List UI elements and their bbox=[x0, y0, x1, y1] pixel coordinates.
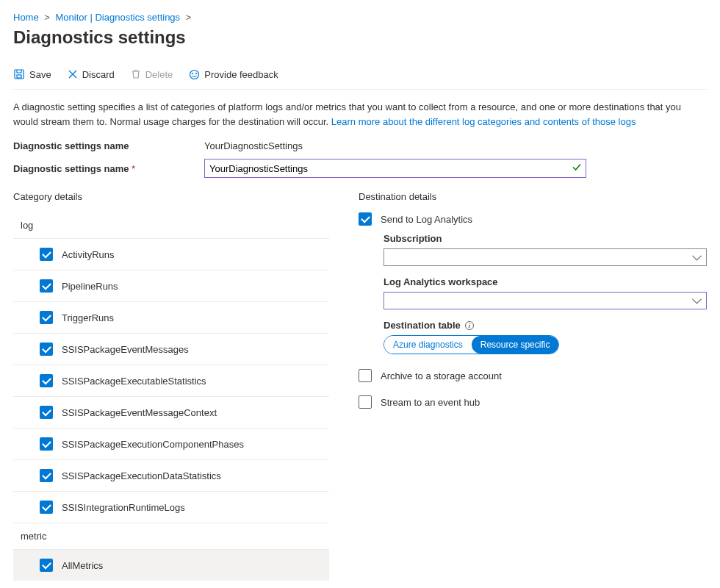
log-group-header: log bbox=[13, 212, 329, 239]
svg-point-2 bbox=[190, 70, 199, 79]
feedback-button[interactable]: Provide feedback bbox=[189, 69, 278, 80]
info-icon[interactable]: i bbox=[465, 321, 474, 330]
svg-rect-1 bbox=[17, 75, 21, 78]
chevron-right-icon: > bbox=[186, 12, 192, 23]
log-ssispackageexecutablestatistics-row[interactable]: SSISPackageExecutableStatistics bbox=[13, 365, 329, 397]
breadcrumb-home[interactable]: Home bbox=[13, 12, 39, 23]
learn-more-link[interactable]: Learn more about the different log categ… bbox=[331, 116, 636, 127]
toolbar: Save Discard Delete Provide feedback bbox=[13, 62, 707, 90]
segment-azure-diagnostics[interactable]: Azure diagnostics bbox=[384, 336, 472, 354]
settings-name-static-value: YourDiagnosticSettings bbox=[204, 140, 303, 151]
log-label: PipelineRuns bbox=[62, 281, 118, 292]
delete-button: Delete bbox=[131, 69, 173, 80]
workspace-label: Log Analytics workspace bbox=[384, 276, 707, 287]
category-details: Category details log ActivityRuns Pipeli… bbox=[13, 191, 329, 581]
segment-resource-specific[interactable]: Resource specific bbox=[472, 336, 559, 354]
log-label: SSISPackageEventMessageContext bbox=[62, 407, 217, 418]
log-label: SSISPackageExecutionDataStatistics bbox=[62, 470, 221, 481]
destination-table-label: Destination table i bbox=[384, 320, 707, 331]
log-triggerruns-row[interactable]: TriggerRuns bbox=[13, 302, 329, 334]
log-label: SSISIntegrationRuntimeLogs bbox=[62, 502, 185, 513]
metric-group-header: metric bbox=[13, 523, 329, 550]
checkbox-icon[interactable] bbox=[40, 248, 53, 261]
log-ssispackageeventmessages-row[interactable]: SSISPackageEventMessages bbox=[13, 334, 329, 365]
save-label: Save bbox=[29, 69, 51, 80]
settings-name-input-label-text: Diagnostic settings name bbox=[13, 163, 129, 174]
page-title: Diagnostics settings bbox=[13, 27, 707, 48]
checkbox-icon[interactable] bbox=[359, 369, 372, 382]
save-icon bbox=[13, 68, 25, 80]
stream-eventhub-label: Stream to an event hub bbox=[381, 397, 480, 408]
destination-details: Destination details Send to Log Analytic… bbox=[359, 191, 707, 581]
destination-details-title: Destination details bbox=[359, 191, 707, 202]
send-log-analytics-row[interactable]: Send to Log Analytics bbox=[359, 212, 707, 226]
stream-eventhub-row[interactable]: Stream to an event hub bbox=[359, 395, 707, 409]
log-label: ActivityRuns bbox=[62, 249, 115, 260]
category-details-title: Category details bbox=[13, 191, 329, 202]
breadcrumb-monitor[interactable]: Monitor | Diagnostics settings bbox=[56, 12, 181, 23]
delete-label: Delete bbox=[145, 69, 173, 80]
checkbox-icon[interactable] bbox=[40, 559, 53, 572]
log-ssispackageexecutiondatastatistics-row[interactable]: SSISPackageExecutionDataStatistics bbox=[13, 460, 329, 492]
log-label: SSISPackageExecutionComponentPhases bbox=[62, 439, 244, 450]
subscription-select[interactable] bbox=[384, 248, 707, 266]
log-ssisintegrationruntimelogs-row[interactable]: SSISIntegrationRuntimeLogs bbox=[13, 492, 329, 523]
svg-point-3 bbox=[192, 73, 193, 74]
checkbox-icon[interactable] bbox=[359, 395, 372, 409]
checkbox-icon[interactable] bbox=[40, 437, 53, 451]
checkbox-icon[interactable] bbox=[40, 501, 53, 514]
log-activityruns-row[interactable]: ActivityRuns bbox=[13, 239, 329, 270]
checkbox-icon[interactable] bbox=[40, 374, 53, 387]
metric-allmetrics-row[interactable]: AllMetrics bbox=[13, 550, 329, 581]
log-ssispackageeventmessagecontext-row[interactable]: SSISPackageEventMessageContext bbox=[13, 397, 329, 429]
feedback-label: Provide feedback bbox=[204, 69, 278, 80]
svg-point-4 bbox=[196, 73, 197, 74]
destination-table-toggle: Azure diagnostics Resource specific bbox=[384, 335, 559, 354]
breadcrumb: Home > Monitor | Diagnostics settings > bbox=[13, 12, 707, 23]
save-button[interactable]: Save bbox=[13, 68, 51, 80]
checkbox-icon[interactable] bbox=[40, 406, 53, 419]
archive-storage-label: Archive to a storage account bbox=[381, 370, 502, 381]
settings-name-input-label: Diagnostic settings name * bbox=[13, 163, 204, 174]
log-pipelineruns-row[interactable]: PipelineRuns bbox=[13, 270, 329, 302]
checkbox-icon[interactable] bbox=[359, 212, 372, 226]
log-ssispackageexecutioncomponentphases-row[interactable]: SSISPackageExecutionComponentPhases bbox=[13, 429, 329, 460]
log-label: SSISPackageExecutableStatistics bbox=[62, 376, 206, 387]
chevron-right-icon: > bbox=[44, 12, 50, 23]
settings-name-static-label: Diagnostic settings name bbox=[13, 140, 204, 151]
discard-button[interactable]: Discard bbox=[68, 69, 115, 80]
close-icon bbox=[68, 69, 78, 79]
smiley-icon bbox=[189, 69, 200, 80]
trash-icon bbox=[131, 69, 141, 79]
destination-table-label-text: Destination table bbox=[384, 320, 461, 331]
send-log-analytics-label: Send to Log Analytics bbox=[381, 214, 472, 225]
settings-name-static-row: Diagnostic settings name YourDiagnosticS… bbox=[13, 140, 707, 151]
log-label: TriggerRuns bbox=[62, 312, 114, 323]
description-text: A diagnostic setting specifies a list of… bbox=[13, 100, 704, 129]
checkbox-icon[interactable] bbox=[40, 311, 53, 324]
checkbox-icon[interactable] bbox=[40, 469, 53, 482]
svg-rect-0 bbox=[15, 70, 24, 79]
discard-label: Discard bbox=[82, 69, 115, 80]
log-label: SSISPackageEventMessages bbox=[62, 344, 189, 355]
archive-storage-row[interactable]: Archive to a storage account bbox=[359, 369, 707, 382]
subscription-label: Subscription bbox=[384, 233, 707, 244]
checkbox-icon[interactable] bbox=[40, 279, 53, 293]
required-marker: * bbox=[132, 163, 135, 174]
workspace-select[interactable] bbox=[384, 292, 707, 309]
metric-label: AllMetrics bbox=[62, 560, 103, 571]
settings-name-input[interactable] bbox=[204, 159, 586, 178]
checkbox-icon[interactable] bbox=[40, 343, 53, 356]
settings-name-input-row: Diagnostic settings name * bbox=[13, 159, 707, 178]
